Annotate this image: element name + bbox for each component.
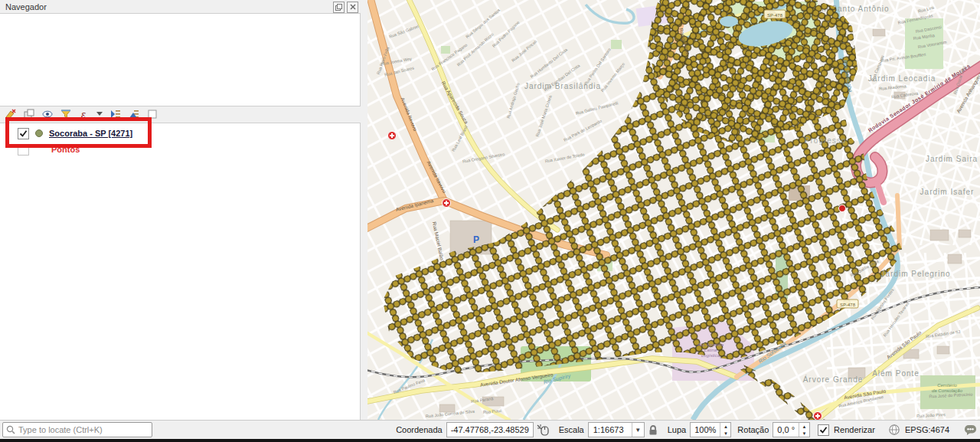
lock-scale-icon[interactable]: [648, 424, 658, 436]
messages-icon[interactable]: [964, 424, 977, 436]
spin-arrows[interactable]: ▲▼: [799, 423, 809, 437]
scale-label: Escala: [559, 425, 584, 434]
svg-text:Jardim Brasilândia: Jardim Brasilândia: [524, 82, 601, 90]
left-dock-area: Navegador ε: [0, 0, 361, 420]
rotation-spin[interactable]: 0,0 ° ▲▼: [773, 422, 810, 437]
status-bar: Type to locate (Ctrl+K) Coordenada -47.4…: [0, 420, 980, 439]
rotation-value: 0,0 °: [773, 425, 799, 434]
mouse-extents-icon[interactable]: [537, 424, 550, 436]
road-badge: SP-478: [837, 300, 858, 308]
hospital-icon: [388, 132, 397, 140]
coordinate-value: -47.47768,-23.48529: [451, 425, 529, 434]
magnifier-value: 100%: [691, 425, 720, 434]
coordinate-label: Coordenada: [396, 425, 443, 434]
taskbar-edge: [0, 439, 980, 442]
qgis-window: Navegador ε: [0, 0, 980, 442]
svg-text:Jardim Pelegrino: Jardim Pelegrino: [880, 270, 950, 278]
svg-text:Jardim Leocadia: Jardim Leocadia: [868, 74, 936, 83]
float-panel-icon[interactable]: [333, 2, 345, 13]
render-label: Renderizar: [834, 425, 875, 434]
crs-status[interactable]: EPSG:4674: [905, 425, 949, 434]
browser-panel-titlebar: Navegador: [0, 0, 361, 13]
svg-text:Progresso: Progresso: [805, 136, 847, 145]
svg-text:Além Ponte: Além Ponte: [872, 369, 920, 378]
search-icon: [6, 425, 15, 434]
parking-icon: P: [473, 234, 479, 245]
svg-text:Jardim Isafer: Jardim Isafer: [920, 188, 975, 196]
locate-bar[interactable]: Type to locate (Ctrl+K): [2, 422, 152, 437]
hospital-icon: [814, 412, 822, 421]
scale-combo[interactable]: 1:16673 ▼: [588, 422, 645, 437]
spin-arrows[interactable]: ▲▼: [720, 423, 730, 437]
rotation-label: Rotação: [737, 425, 769, 434]
svg-text:Árvore Grande: Árvore Grande: [803, 375, 864, 384]
coordinate-input[interactable]: -47.47768,-23.48529: [446, 422, 534, 437]
svg-text:SP-478: SP-478: [767, 13, 783, 18]
browser-panel-body[interactable]: [0, 13, 361, 106]
red-annotation-rectangle: [5, 117, 152, 148]
locate-placeholder: Type to locate (Ctrl+K): [18, 425, 103, 434]
chevron-down-icon[interactable]: ▼: [632, 423, 644, 437]
close-panel-icon[interactable]: [347, 2, 358, 13]
hospital-icon: [443, 199, 451, 208]
svg-text:Jardim Saira: Jardim Saira: [926, 155, 978, 163]
magnifier-spin[interactable]: 100% ▲▼: [690, 422, 731, 437]
map-canvas[interactable]: Jardim Santo Antônio SP-478 SP-478: [368, 0, 980, 420]
magnifier-label: Lupa: [668, 425, 686, 434]
scale-value: 1:16673: [589, 425, 632, 434]
marker-icon: [839, 205, 846, 212]
svg-text:SP-478: SP-478: [840, 303, 856, 307]
render-checkbox[interactable]: [818, 424, 829, 436]
globe-crs-icon[interactable]: [888, 424, 900, 436]
layer-tree: Socoraba - SP [4271] Pontos: [0, 123, 361, 421]
road-badge: SP-478: [764, 10, 786, 18]
browser-panel-title: Navegador: [5, 2, 331, 11]
